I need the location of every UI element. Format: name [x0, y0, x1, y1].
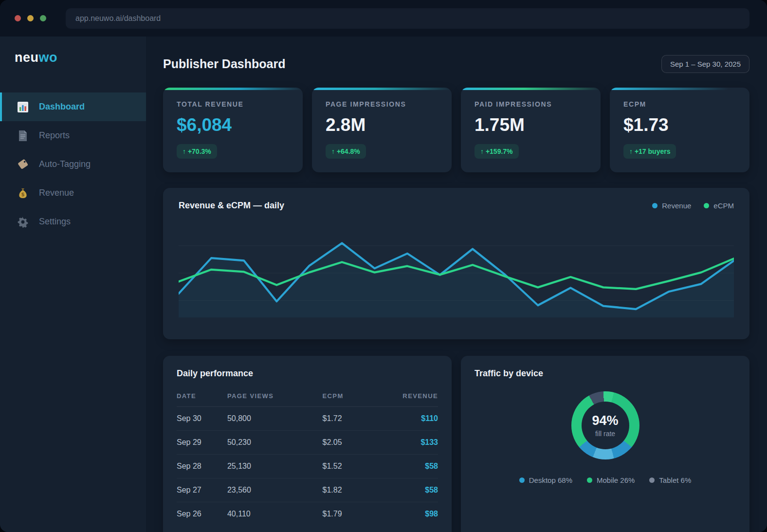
sidebar-item-label: Dashboard: [39, 102, 85, 112]
cell-ecpm: $1.82: [323, 478, 366, 502]
table-row: Sep 2640,110$1.79$98: [177, 502, 438, 526]
kpi-card-row: TOTAL REVENUE$6,084↑ +70.3%PAGE IMPRESSI…: [163, 88, 749, 172]
revenue-area-fill: [179, 243, 734, 318]
table-row: Sep 2950,230$2.05$133: [177, 431, 438, 455]
tag-icon: [17, 158, 29, 171]
legend-dot-icon: [652, 203, 657, 208]
cell-revenue: $58: [365, 478, 438, 502]
cell-date: Sep 29: [177, 431, 227, 455]
cell-ecpm: $1.52: [323, 455, 366, 478]
device-legend-label: Desktop 68%: [529, 476, 572, 484]
kpi-trend-badge: ↑ +64.8%: [326, 144, 366, 159]
date-range-picker[interactable]: Sep 1 – Sep 30, 2025: [661, 55, 749, 73]
daily-performance-table: DATEPAGE VIEWSECPMREVENUE Sep 3050,800$1…: [177, 387, 438, 526]
url-text: app.neuwo.ai/dashboard: [75, 14, 161, 23]
cell-page-views: 50,800: [227, 407, 323, 431]
revenue-ecpm-chart-card: Revenue & eCPM — daily RevenueeCPM: [163, 188, 749, 339]
app-shell: neuwo DashboardReportsAuto-Tagging$Reven…: [0, 37, 767, 532]
page-title: Publisher Dashboard: [163, 57, 285, 71]
page-header: Publisher Dashboard Sep 1 – Sep 30, 2025: [163, 55, 749, 73]
table-header-row: DATEPAGE VIEWSECPMREVENUE: [177, 387, 438, 407]
donut-chart: 94% fill rate: [571, 391, 639, 459]
legend-item-revenue[interactable]: Revenue: [652, 202, 691, 210]
sidebar-item-dashboard[interactable]: Dashboard: [0, 92, 146, 121]
kpi-card-page-impressions: PAGE IMPRESSIONS2.8M↑ +64.8%: [312, 88, 452, 172]
legend-dot-icon: [587, 477, 592, 483]
money-bag-icon: $: [17, 187, 29, 200]
cell-page-views: 23,560: [227, 478, 323, 502]
column-header-date: DATE: [177, 387, 227, 407]
kpi-value: $6,084: [177, 115, 289, 135]
legend-dot-icon: [519, 477, 525, 483]
daily-performance-card: Daily performance DATEPAGE VIEWSECPMREVE…: [163, 356, 452, 532]
legend-label: eCPM: [713, 202, 734, 210]
kpi-value: $1.73: [623, 115, 736, 135]
legend-item-ecpm[interactable]: eCPM: [704, 202, 734, 210]
sidebar-item-label: Settings: [39, 217, 71, 227]
close-window-icon[interactable]: [15, 15, 21, 21]
device-legend-label: Mobile 26%: [597, 476, 635, 484]
device-legend-item-mobile: Mobile 26%: [587, 476, 635, 484]
column-header-ecpm: ECPM: [323, 387, 366, 407]
browser-chrome: app.neuwo.ai/dashboard: [0, 0, 767, 37]
cell-revenue: $110: [365, 407, 438, 431]
kpi-trend-badge: ↑ +159.7%: [475, 144, 519, 159]
cell-ecpm: $1.79: [323, 502, 366, 526]
sidebar-item-reports[interactable]: Reports: [0, 121, 146, 150]
cell-date: Sep 27: [177, 478, 227, 502]
table-title: Daily performance: [177, 368, 438, 379]
cell-page-views: 50,230: [227, 431, 323, 455]
sidebar-item-label: Reports: [39, 130, 70, 141]
logo-part-1: neu: [15, 50, 39, 65]
browser-window: app.neuwo.ai/dashboard neuwo DashboardRe…: [0, 0, 767, 532]
chart-header: Revenue & eCPM — daily RevenueeCPM: [179, 201, 734, 211]
sidebar: neuwo DashboardReportsAuto-Tagging$Reven…: [0, 37, 146, 532]
traffic-by-device-card: Traffic by device 94% fill rate Desktop …: [461, 356, 749, 532]
gear-icon: [17, 216, 29, 228]
cell-date: Sep 30: [177, 407, 227, 431]
kpi-label: TOTAL REVENUE: [177, 100, 289, 108]
fill-rate-label: fill rate: [595, 430, 615, 438]
kpi-card-ecpm: ECPM$1.73↑ +17 buyers: [610, 88, 749, 172]
chart-legend: RevenueeCPM: [652, 202, 734, 210]
device-legend-label: Tablet 6%: [659, 476, 691, 484]
bar-chart-icon: [17, 101, 29, 113]
sidebar-item-auto-tagging[interactable]: Auto-Tagging: [0, 150, 146, 179]
table-row: Sep 2723,560$1.82$58: [177, 478, 438, 502]
donut-title: Traffic by device: [475, 368, 736, 379]
cell-page-views: 40,110: [227, 502, 323, 526]
legend-label: Revenue: [662, 202, 691, 210]
cell-revenue: $98: [365, 502, 438, 526]
cell-ecpm: $2.05: [323, 431, 366, 455]
sidebar-item-label: Revenue: [39, 188, 74, 198]
minimize-window-icon[interactable]: [27, 15, 34, 21]
donut-wrap: 94% fill rate: [475, 391, 736, 459]
address-bar[interactable]: app.neuwo.ai/dashboard: [66, 8, 749, 29]
device-legend-item-desktop: Desktop 68%: [519, 476, 572, 484]
column-header-revenue: REVENUE: [365, 387, 438, 407]
cell-ecpm: $1.72: [323, 407, 366, 431]
cell-revenue: $58: [365, 455, 438, 478]
cell-date: Sep 26: [177, 502, 227, 526]
sidebar-item-revenue[interactable]: $Revenue: [0, 179, 146, 207]
cell-date: Sep 28: [177, 455, 227, 478]
device-legend-item-tablet: Tablet 6%: [649, 476, 691, 484]
donut-legend: Desktop 68%Mobile 26%Tablet 6%: [475, 476, 736, 484]
kpi-card-total-revenue: TOTAL REVENUE$6,084↑ +70.3%: [163, 88, 303, 172]
svg-text:$: $: [21, 191, 25, 197]
sidebar-item-settings[interactable]: Settings: [0, 207, 146, 236]
kpi-label: ECPM: [623, 100, 736, 108]
logo-part-2: wo: [39, 50, 58, 65]
window-controls: [15, 15, 46, 21]
document-icon: [17, 129, 29, 142]
main-content: Publisher Dashboard Sep 1 – Sep 30, 2025…: [146, 37, 767, 532]
screenshot-stage: app.neuwo.ai/dashboard neuwo DashboardRe…: [0, 0, 767, 532]
cell-page-views: 25,130: [227, 455, 323, 478]
maximize-window-icon[interactable]: [40, 15, 46, 21]
column-header-page-views: PAGE VIEWS: [227, 387, 323, 407]
donut-center: 94% fill rate: [582, 402, 629, 449]
kpi-label: PAID IMPRESSIONS: [475, 100, 587, 108]
kpi-value: 2.8M: [326, 115, 438, 135]
sidebar-nav: DashboardReportsAuto-Tagging$RevenueSett…: [0, 92, 146, 236]
kpi-trend-badge: ↑ +17 buyers: [623, 144, 676, 159]
